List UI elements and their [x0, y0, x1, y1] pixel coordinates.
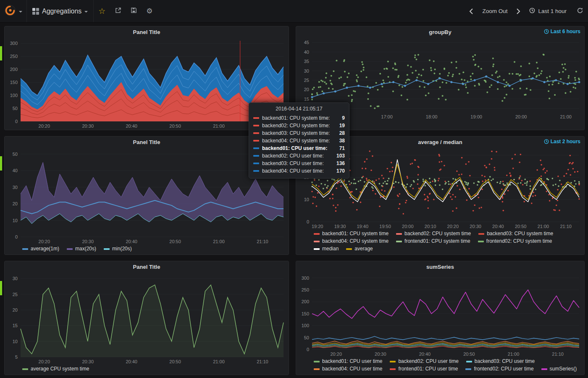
- panel-title[interactable]: groupBy: [429, 29, 451, 35]
- graph-canvas[interactable]: 0102030405020:2020:3020:4020:5021:0021:1…: [5, 147, 289, 245]
- share-button[interactable]: [110, 0, 126, 22]
- svg-text:20:30: 20:30: [82, 123, 94, 129]
- legend-item[interactable]: sumSeries(): [541, 365, 577, 373]
- save-button[interactable]: [126, 0, 142, 22]
- svg-text:20:40: 20:40: [126, 359, 137, 364]
- star-icon: ☆: [98, 6, 105, 16]
- legend-item[interactable]: backend04: CPU system time: [314, 238, 388, 245]
- svg-text:21:10: 21:10: [560, 224, 572, 229]
- svg-text:100: 100: [302, 323, 309, 328]
- navbar: Aggregations ☆ ⚙ Zoom Out: [0, 0, 588, 23]
- svg-text:20:30: 20:30: [470, 224, 481, 229]
- legend-item[interactable]: average CPU system time: [22, 365, 89, 373]
- panel-stacked-cpu: Panel Title 05010015020025030020:2020:30…: [4, 26, 289, 130]
- time-range-label: Last 1 hour: [538, 8, 567, 14]
- svg-text:20:50: 20:50: [515, 224, 527, 229]
- legend-item[interactable]: backend03: CPU system time: [478, 230, 553, 237]
- svg-text:250: 250: [10, 54, 18, 59]
- graph-canvas[interactable]: 05010015020025030020:2020:3020:4020:5021…: [5, 37, 289, 130]
- svg-text:150: 150: [302, 311, 309, 316]
- legend-item[interactable]: frontend01: CPU user time: [390, 365, 458, 373]
- svg-text:0: 0: [307, 219, 309, 224]
- legend-item[interactable]: backend01: CPU system time: [314, 230, 388, 237]
- series-color-icon: [314, 241, 320, 242]
- graph-canvas[interactable]: 5101520253020:2020:3020:4020:5021:0021:1…: [5, 272, 289, 365]
- svg-text:15: 15: [304, 97, 309, 102]
- star-button[interactable]: ☆: [94, 0, 110, 22]
- svg-text:20:30: 20:30: [375, 352, 386, 357]
- series-color-icon: [314, 248, 320, 250]
- grafana-logo-menu[interactable]: [0, 0, 27, 22]
- svg-text:21:00: 21:00: [213, 359, 225, 364]
- legend-item[interactable]: max(20s): [67, 245, 96, 252]
- svg-text:150: 150: [10, 80, 18, 85]
- svg-text:20:30: 20:30: [82, 359, 94, 364]
- settings-button[interactable]: ⚙: [142, 0, 157, 22]
- svg-text:20:40: 20:40: [492, 224, 504, 229]
- dashboard-picker[interactable]: Aggregations: [27, 0, 94, 22]
- legend-item[interactable]: backend03: CPU user time: [466, 358, 535, 365]
- panel-title[interactable]: Panel Title: [133, 139, 160, 145]
- time-range-badge[interactable]: Last 6 hours: [544, 29, 580, 34]
- svg-text:30: 30: [304, 68, 309, 74]
- time-shift-back-button[interactable]: [466, 0, 477, 22]
- svg-text:19:50: 19:50: [379, 224, 391, 229]
- graph-legend: average CPU system time: [5, 365, 289, 375]
- series-color-icon: [253, 155, 259, 157]
- panel-title[interactable]: average / median: [418, 139, 462, 145]
- legend-item[interactable]: average(1m): [22, 245, 59, 252]
- svg-text:18:00: 18:00: [426, 114, 438, 119]
- chevron-left-icon: [469, 8, 473, 15]
- svg-text:5: 5: [15, 354, 18, 360]
- series-color-icon: [314, 233, 320, 235]
- time-range-picker[interactable]: Last 1 hour: [524, 0, 572, 22]
- series-color-icon: [478, 233, 484, 235]
- legend-item[interactable]: average: [346, 245, 373, 252]
- series-color-icon: [253, 140, 259, 142]
- legend-item[interactable]: frontend01: CPU system time: [396, 238, 470, 245]
- svg-text:20:40: 20:40: [126, 239, 137, 244]
- chevron-down-icon: [84, 11, 88, 13]
- svg-text:20:50: 20:50: [463, 352, 475, 357]
- time-shift-forward-button[interactable]: [513, 0, 524, 22]
- legend-item[interactable]: backend02: CPU user time: [390, 358, 458, 365]
- panel-title[interactable]: sumSeries: [426, 264, 454, 270]
- series-color-icon: [253, 170, 259, 172]
- series-color-icon: [253, 125, 259, 126]
- zoom-out-button[interactable]: Zoom Out: [477, 0, 513, 22]
- svg-text:20:40: 20:40: [419, 352, 431, 357]
- refresh-button[interactable]: [572, 0, 588, 22]
- svg-text:21:00: 21:00: [538, 224, 549, 229]
- svg-text:300: 300: [10, 41, 18, 46]
- row-toggle[interactable]: [0, 46, 2, 60]
- svg-text:19:40: 19:40: [357, 224, 368, 229]
- series-color-icon: [22, 368, 28, 370]
- legend-item[interactable]: frontend02: CPU system time: [478, 238, 552, 245]
- legend-item[interactable]: backend02: CPU system time: [396, 230, 471, 237]
- svg-text:40: 40: [304, 50, 309, 55]
- legend-item[interactable]: min(20s): [104, 245, 132, 252]
- time-range-badge[interactable]: Last 2 hours: [544, 139, 580, 144]
- svg-text:35: 35: [304, 59, 309, 64]
- svg-text:100: 100: [10, 93, 18, 98]
- svg-text:21:00: 21:00: [560, 114, 572, 119]
- legend-item[interactable]: frontend02: CPU user time: [465, 365, 533, 373]
- legend-item[interactable]: backend01: CPU user time: [314, 358, 382, 365]
- svg-text:21:10: 21:10: [257, 239, 268, 244]
- svg-text:25: 25: [13, 292, 18, 297]
- panel-title[interactable]: Panel Title: [133, 264, 160, 270]
- dashboard: Panel Title 05010015020025030020:2020:30…: [0, 23, 588, 375]
- svg-text:19:00: 19:00: [470, 114, 482, 119]
- svg-text:0: 0: [307, 347, 309, 352]
- svg-text:20:20: 20:20: [447, 224, 459, 229]
- legend-item[interactable]: median: [314, 245, 339, 252]
- svg-text:10: 10: [304, 197, 309, 202]
- row-toggle[interactable]: [0, 281, 2, 295]
- row-toggle[interactable]: [0, 156, 2, 171]
- series-color-icon: [478, 241, 484, 242]
- svg-text:20:50: 20:50: [169, 123, 181, 129]
- graph-canvas[interactable]: 05010015020025030020:2020:3020:4020:5021…: [296, 272, 584, 358]
- series-color-icon: [314, 361, 320, 362]
- panel-title[interactable]: Panel Title: [133, 29, 160, 35]
- legend-item[interactable]: backend04: CPU user time: [314, 365, 382, 373]
